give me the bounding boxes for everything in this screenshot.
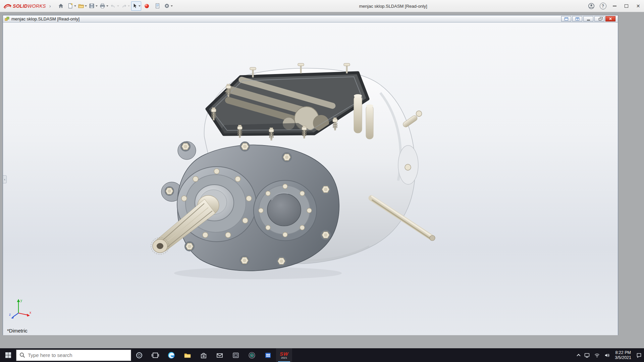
taskbar-clock[interactable]: 8:22 PM 3/5/2021: [612, 350, 634, 360]
print-button[interactable]: [99, 1, 109, 11]
close-icon: ✕: [636, 3, 640, 9]
task-view-icon: [152, 352, 159, 359]
mail-icon: [216, 351, 224, 359]
feature-panel-collapse-tab[interactable]: ‹: [3, 175, 7, 183]
orientation-triad[interactable]: y x z: [8, 297, 33, 321]
media-app-icon: [248, 351, 256, 359]
windows-logo-icon: [5, 352, 11, 358]
undo-icon: [110, 3, 116, 9]
network-icon: [594, 352, 600, 358]
tray-volume-button[interactable]: [602, 348, 612, 362]
search-input[interactable]: [28, 352, 128, 358]
document-restore-button[interactable]: [594, 16, 604, 21]
options-dropdown-icon[interactable]: [171, 5, 173, 7]
viewport-pane-button[interactable]: [561, 16, 571, 21]
start-button[interactable]: [0, 348, 16, 362]
document-title: menjac sklop.SLDASM [Read-only]: [11, 16, 79, 21]
file-explorer-icon: [183, 351, 192, 359]
hidden-icons-button[interactable]: [575, 348, 582, 362]
graphics-viewport[interactable]: ‹ y x z *Dimetric: [3, 22, 618, 335]
select-dropdown-icon[interactable]: [139, 5, 141, 7]
rebuild-icon: [144, 3, 150, 9]
gearbox-assembly-model: [3, 22, 618, 335]
rebuild-button[interactable]: [142, 1, 152, 11]
options-gear-icon: [164, 3, 170, 9]
ds-swoosh-icon: [3, 3, 11, 9]
triad-y-label: y: [20, 299, 22, 302]
select-tool-button[interactable]: [131, 1, 141, 11]
taskbar-app-file-explorer[interactable]: [179, 348, 196, 362]
undo-button[interactable]: [110, 1, 120, 11]
solidworks-year: 2021: [281, 357, 287, 359]
cortana-button[interactable]: [131, 348, 147, 362]
minimize-icon: [587, 20, 590, 20]
panel-collapse-icon: ‹: [4, 177, 5, 181]
maximize-icon: [625, 4, 628, 8]
maximize-button[interactable]: [621, 0, 632, 12]
taskbar-app-media[interactable]: [244, 348, 260, 362]
print-dropdown-icon[interactable]: [106, 5, 108, 7]
application-title: menjac sklop.SLDASM [Read-only]: [359, 3, 427, 8]
taskbar-app-screenshot[interactable]: [228, 348, 244, 362]
new-document-button[interactable]: [67, 1, 77, 11]
open-dropdown-icon[interactable]: [85, 5, 87, 7]
close-icon: ✕: [609, 17, 612, 21]
store-icon: [200, 351, 208, 359]
redo-button[interactable]: [120, 1, 130, 11]
help-icon: ?: [600, 3, 606, 9]
help-button[interactable]: ?: [597, 0, 609, 12]
blue-tiles-app-icon: [264, 351, 272, 359]
solidworks-letters: SW: [280, 351, 288, 356]
application-titlebar: SOLIDWORKS ›: [0, 0, 644, 12]
edge-icon: [167, 351, 175, 359]
file-properties-icon: [154, 3, 161, 9]
taskbar-search[interactable]: [16, 350, 131, 361]
new-document-icon: [67, 3, 73, 9]
tray-display-button[interactable]: [582, 348, 592, 362]
triad-z-label: z: [9, 313, 11, 316]
document-titlebar[interactable]: menjac sklop.SLDASM [Read-only] ✕: [3, 15, 618, 22]
minimize-button[interactable]: [609, 0, 621, 12]
undo-dropdown-icon: [117, 5, 119, 7]
save-dropdown-icon[interactable]: [96, 5, 98, 7]
taskbar-app-mail[interactable]: [212, 348, 228, 362]
minimize-icon: [613, 6, 616, 6]
triad-x-label: x: [30, 311, 31, 314]
mdi-client-area: menjac sklop.SLDASM [Read-only] ✕: [0, 12, 644, 348]
assembly-document-icon: [4, 16, 10, 21]
file-properties-button[interactable]: [153, 1, 163, 11]
home-button[interactable]: [56, 1, 66, 11]
clock-date: 3/5/2021: [615, 355, 631, 360]
viewport-split-button[interactable]: [572, 16, 582, 21]
new-document-dropdown-icon[interactable]: [74, 5, 76, 7]
solidworks-2021-icon: SW 2021: [280, 351, 288, 359]
account-button[interactable]: [585, 0, 597, 12]
task-view-button[interactable]: [147, 348, 163, 362]
desktop: { "app_bar": { "brand_bold": "SOLID", "b…: [0, 0, 644, 362]
restore-icon: [599, 18, 601, 20]
volume-icon: [604, 352, 610, 358]
taskbar-app-store[interactable]: [196, 348, 212, 362]
document-minimize-button[interactable]: [583, 16, 593, 21]
open-icon: [78, 3, 84, 9]
close-button[interactable]: ✕: [632, 0, 644, 12]
document-close-button[interactable]: ✕: [605, 16, 615, 21]
display-icon: [584, 352, 590, 358]
taskbar-app-edge[interactable]: [163, 348, 179, 362]
options-button[interactable]: [163, 1, 173, 11]
user-icon: [588, 2, 595, 10]
redo-dropdown-icon: [128, 5, 130, 7]
windows-taskbar: SW 2021 8:22: [0, 348, 644, 362]
action-center-button[interactable]: [634, 348, 644, 362]
system-tray: 8:22 PM 3/5/2021: [575, 348, 644, 362]
save-button[interactable]: [88, 1, 98, 11]
taskbar-app-solidworks[interactable]: SW 2021: [276, 348, 292, 362]
brand-text: SOLIDWORKS: [13, 3, 46, 9]
tray-network-button[interactable]: [592, 348, 602, 362]
taskbar-app-blue-tiles[interactable]: [260, 348, 276, 362]
pane-icon: [565, 17, 568, 20]
cortana-icon: [136, 352, 143, 359]
menu-flyout-arrow-icon[interactable]: ›: [49, 3, 51, 9]
open-button[interactable]: [77, 1, 88, 11]
solidworks-logo: SOLIDWORKS: [3, 3, 46, 9]
